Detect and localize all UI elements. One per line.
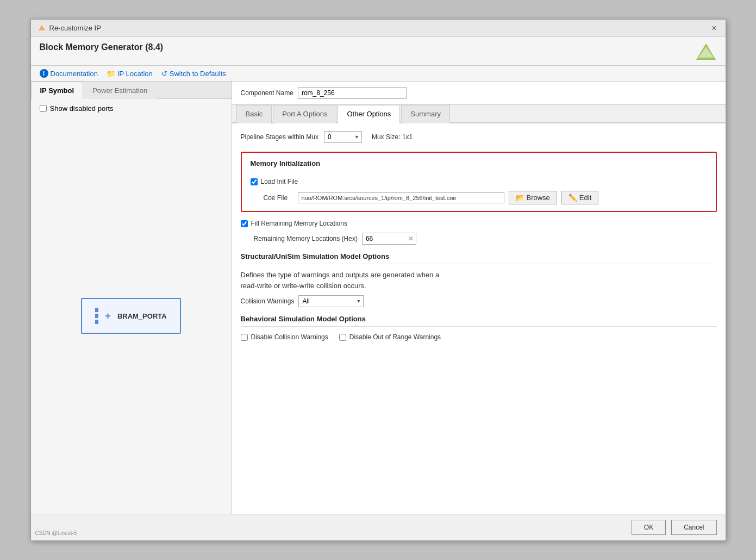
toolbar: i Documentation 📁 IP Location ↺ Switch t…	[31, 66, 726, 82]
behavioral-section: Behavioral Simulation Model Options Disa…	[241, 315, 717, 346]
dialog: Re-customize IP × Block Memory Generator…	[30, 19, 726, 541]
edit-label: Edit	[579, 194, 591, 202]
show-disabled-ports-label: Show disabled ports	[50, 104, 114, 113]
remaining-locations-input[interactable]	[363, 233, 406, 244]
folder-icon: 📁	[107, 70, 115, 78]
close-button[interactable]: ×	[709, 23, 718, 33]
title-bar: Re-customize IP ×	[31, 20, 726, 37]
mux-size-label: Mux Size: 1x1	[372, 133, 413, 141]
bram-label: BRAM_PORTA	[117, 312, 167, 320]
ip-symbol-canvas: + BRAM_PORTA	[31, 118, 232, 514]
collision-warnings-select[interactable]: All Generate X Only None	[298, 295, 364, 307]
component-name-input[interactable]	[298, 87, 407, 99]
load-init-file-row: Load Init File	[251, 178, 707, 185]
structural-title: Structural/UniSim Simulation Model Optio…	[241, 252, 717, 264]
dialog-title: Re-customize IP	[49, 24, 101, 32]
collision-warnings-select-wrapper: All Generate X Only None	[298, 295, 364, 307]
watermark: CSDN @Linest-5	[35, 530, 77, 536]
pipeline-stages-select[interactable]: 0 1 2	[324, 131, 362, 143]
browse-label: Browse	[527, 194, 550, 202]
bram-lines	[95, 308, 98, 324]
svg-marker-2	[698, 47, 714, 58]
documentation-button[interactable]: i Documentation	[40, 69, 98, 78]
cancel-button[interactable]: Cancel	[671, 520, 716, 535]
header: Block Memory Generator (8.4)	[31, 37, 726, 66]
ip-location-button[interactable]: 📁 IP Location	[107, 70, 153, 78]
documentation-label: Documentation	[51, 70, 98, 78]
fill-remaining-label: Fill Remaining Memory Locations	[251, 220, 347, 227]
structural-section: Structural/UniSim Simulation Model Optio…	[241, 252, 717, 307]
show-disabled-ports-checkbox[interactable]	[40, 105, 47, 112]
ip-location-label: IP Location	[117, 70, 153, 78]
tab-port-a-options[interactable]: Port A Options	[273, 105, 336, 123]
clear-remaining-button[interactable]: ✕	[406, 234, 416, 244]
collision-warnings-label: Collision Warnings	[241, 297, 295, 305]
bram-line-2	[95, 314, 98, 318]
coe-file-row: Coe File 📂 Browse ✏️ Edit	[251, 191, 707, 204]
vivado-icon	[38, 24, 46, 33]
component-name-row: Component Name	[232, 82, 726, 105]
svg-marker-0	[39, 25, 45, 30]
disable-collision-row: Disable Collision Warnings	[241, 333, 328, 341]
pipeline-stages-select-wrapper: 0 1 2	[324, 131, 362, 143]
vivado-logo	[695, 42, 717, 62]
browse-folder-icon: 📂	[516, 194, 524, 202]
switch-defaults-label: Switch to Defaults	[170, 70, 226, 78]
disable-out-of-range-row: Disable Out of Range Warnings	[339, 333, 441, 341]
disable-out-of-range-label: Disable Out of Range Warnings	[349, 333, 441, 341]
fill-remaining-section: Fill Remaining Memory Locations Remainin…	[241, 220, 717, 245]
left-panel: IP Symbol Power Estimation Show disabled…	[31, 82, 232, 514]
remaining-input-wrap: ✕	[362, 233, 416, 245]
footer: OK Cancel	[31, 514, 726, 540]
right-panel: Component Name Basic Port A Options Othe…	[232, 82, 726, 514]
fill-remaining-checkbox[interactable]	[241, 220, 248, 227]
component-name-label: Component Name	[241, 89, 293, 97]
tab-ip-symbol[interactable]: IP Symbol	[31, 82, 84, 99]
main-content: IP Symbol Power Estimation Show disabled…	[31, 82, 726, 514]
tab-other-options[interactable]: Other Options	[338, 105, 400, 123]
collision-row: Collision Warnings All Generate X Only N…	[241, 295, 717, 307]
behavioral-title: Behavioral Simulation Model Options	[241, 315, 717, 327]
header-title: Block Memory Generator (8.4)	[40, 42, 164, 52]
coe-file-label: Coe File	[264, 194, 293, 202]
tabs-bar: Basic Port A Options Other Options Summa…	[232, 105, 726, 123]
memory-initialization-section: Memory Initialization Load Init File Coe…	[241, 152, 717, 212]
edit-icon: ✏️	[568, 194, 577, 202]
fill-remaining-row: Fill Remaining Memory Locations	[241, 220, 717, 227]
disable-collision-checkbox[interactable]	[241, 334, 248, 341]
load-init-file-label: Load Init File	[261, 178, 298, 185]
show-disabled-ports-row: Show disabled ports	[31, 99, 232, 118]
remaining-locations-row: Remaining Memory Locations (Hex) ✕	[241, 233, 717, 245]
load-init-file-checkbox[interactable]	[251, 178, 258, 185]
tab-power-estimation[interactable]: Power Estimation	[83, 82, 157, 99]
left-tabs: IP Symbol Power Estimation	[31, 82, 232, 99]
browse-button[interactable]: 📂 Browse	[509, 191, 557, 204]
structural-desc: Defines the type of warnings and outputs…	[241, 270, 717, 291]
tab-content: Pipeline Stages within Mux 0 1 2 Mux Siz…	[232, 123, 726, 514]
plus-icon: +	[105, 310, 111, 322]
info-icon: i	[40, 69, 48, 78]
disable-out-of-range-checkbox[interactable]	[339, 334, 346, 341]
behavioral-checkboxes: Disable Collision Warnings Disable Out o…	[241, 333, 717, 346]
refresh-icon: ↺	[161, 70, 167, 78]
pipeline-stages-row: Pipeline Stages within Mux 0 1 2 Mux Siz…	[241, 131, 717, 143]
remaining-locations-label: Remaining Memory Locations (Hex)	[254, 235, 358, 242]
edit-button[interactable]: ✏️ Edit	[561, 191, 598, 204]
title-bar-left: Re-customize IP	[38, 24, 101, 33]
coe-file-input[interactable]	[298, 192, 504, 203]
tab-basic[interactable]: Basic	[236, 105, 272, 123]
pipeline-stages-label: Pipeline Stages within Mux	[241, 133, 318, 141]
bram-line-1	[95, 308, 98, 312]
disable-collision-label: Disable Collision Warnings	[251, 333, 328, 341]
bram-line-3	[95, 320, 98, 324]
switch-defaults-button[interactable]: ↺ Switch to Defaults	[161, 70, 226, 78]
ok-button[interactable]: OK	[632, 520, 666, 535]
memory-init-title: Memory Initialization	[251, 159, 707, 171]
tab-summary[interactable]: Summary	[401, 105, 450, 123]
bram-block: + BRAM_PORTA	[81, 298, 180, 334]
